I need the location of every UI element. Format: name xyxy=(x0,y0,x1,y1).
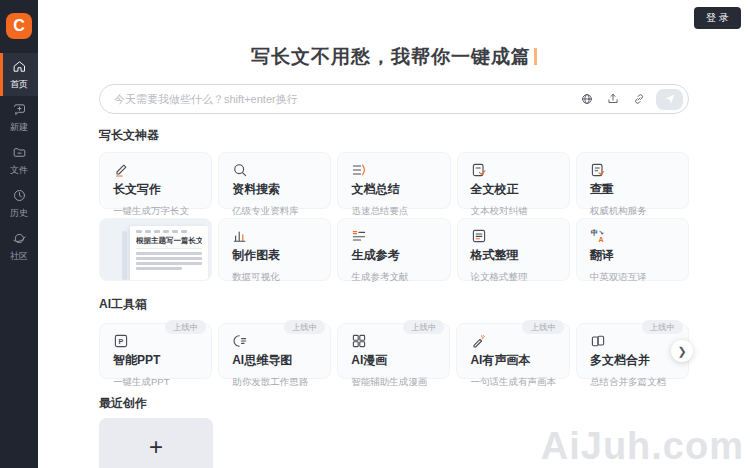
status-badge: 上线中 xyxy=(642,320,684,334)
card-subtitle: 论文格式整理 xyxy=(471,271,556,284)
search-icon xyxy=(232,161,317,178)
sidebar-item-label: 首页 xyxy=(10,78,28,91)
ppt-icon: P xyxy=(113,332,198,349)
card-subtitle: 数据可视化 xyxy=(232,271,317,284)
sidebar-item-history[interactable]: 历史 xyxy=(0,182,38,225)
card-title: 智能PPT xyxy=(113,352,198,369)
card-title: 文档总结 xyxy=(351,181,436,198)
page-title: 写长文不用愁，我帮你一键成篇 xyxy=(251,46,531,67)
card-subtitle: 文本校对纠错 xyxy=(471,205,556,218)
tool-card-generate-reference[interactable]: 生成参考 生成参考文献 xyxy=(337,218,450,281)
card-title: AI思维导图 xyxy=(232,352,317,369)
chart-icon xyxy=(232,227,317,244)
card-subtitle: 一键生成PPT xyxy=(113,376,198,389)
sidebar-item-label: 历史 xyxy=(10,207,28,220)
sidebar-item-label: 文件 xyxy=(10,164,28,177)
card-title: 查重 xyxy=(590,181,675,198)
sidebar-nav: 首页 新建 文件 历史 社区 xyxy=(0,53,38,268)
send-button[interactable] xyxy=(656,89,683,110)
new-creation-button[interactable]: + xyxy=(99,418,213,468)
section-title-recent: 最近创作 xyxy=(99,395,689,412)
files-icon xyxy=(12,145,27,162)
audiobook-icon xyxy=(470,332,556,349)
chevron-right-icon: ❯ xyxy=(677,345,686,358)
tool-card-duplicate-check[interactable]: 查重 权威机构服务 xyxy=(576,152,689,209)
new-chat-icon xyxy=(12,102,27,119)
prompt-input[interactable] xyxy=(114,93,574,105)
status-badge: 上线中 xyxy=(165,320,207,334)
status-badge: 上线中 xyxy=(522,320,564,334)
history-icon xyxy=(12,188,27,205)
card-subtitle: 生成参考文献 xyxy=(351,271,436,284)
merge-docs-icon xyxy=(590,332,675,349)
card-subtitle: 助你发散工作思路 xyxy=(232,376,317,389)
status-badge: 上线中 xyxy=(403,320,445,334)
sidebar: C 首页 新建 文件 历史 社区 xyxy=(0,0,38,468)
preview-heading: 根据主题写一篇长文… xyxy=(136,236,202,249)
plus-icon: + xyxy=(149,435,163,459)
card-subtitle: 智能辅助生成漫画 xyxy=(351,376,436,389)
tool-card-longform-writing[interactable]: 长文写作 一键生成万字长文 xyxy=(99,152,212,209)
toolbox-row: 上线中 P 智能PPT 一键生成PPT 上线中 AI思维导图 助你发散工作思路 … xyxy=(99,323,689,379)
tool-card-material-search[interactable]: 资料搜索 亿级专业资料库 xyxy=(218,152,331,209)
tools-row-2: 根据主题写一篇长文… 制作图表 数据可视化 生成参考 生成参考文献 格式整理 xyxy=(99,218,689,281)
card-subtitle: 亿级专业资料库 xyxy=(232,205,317,218)
tools-row-1: 长文写作 一键生成万字长文 资料搜索 亿级专业资料库 文档总结 迅速总结要点 全… xyxy=(99,152,689,209)
comic-icon xyxy=(351,332,436,349)
home-icon xyxy=(12,59,27,76)
sidebar-item-new[interactable]: 新建 xyxy=(0,96,38,139)
card-title: 制作图表 xyxy=(232,247,317,264)
link-icon[interactable] xyxy=(632,92,646,106)
section-title-tools: 写长文神器 xyxy=(99,127,689,144)
card-title: 翻译 xyxy=(590,247,675,264)
sidebar-item-community[interactable]: 社区 xyxy=(0,225,38,268)
preview-page: 根据主题写一篇长文… xyxy=(130,226,208,281)
globe-icon[interactable] xyxy=(580,92,594,106)
tool-card-translate[interactable]: 中A 翻译 中英双语互译 xyxy=(576,218,689,281)
toolbox-card-smart-ppt[interactable]: 上线中 P 智能PPT 一键生成PPT xyxy=(99,323,212,379)
community-icon xyxy=(12,231,27,248)
preview-toolbar xyxy=(136,230,202,233)
toolbox-card-ai-comic[interactable]: 上线中 AI漫画 智能辅助生成漫画 xyxy=(337,323,450,379)
format-icon xyxy=(471,227,556,244)
mindmap-icon xyxy=(232,332,317,349)
content: 写长文神器 长文写作 一键生成万字长文 资料搜索 亿级专业资料库 文档总结 迅速… xyxy=(99,127,689,468)
svg-text:P: P xyxy=(119,337,124,346)
upload-icon[interactable] xyxy=(606,92,620,106)
card-title: 格式整理 xyxy=(471,247,556,264)
app-logo[interactable]: C xyxy=(6,13,32,39)
summary-icon xyxy=(351,161,436,178)
tool-card-doc-summary[interactable]: 文档总结 迅速总结要点 xyxy=(337,152,450,209)
card-title: 全文校正 xyxy=(471,181,556,198)
card-title: AI漫画 xyxy=(351,352,436,369)
preview-strip xyxy=(122,231,127,280)
proofread-icon xyxy=(471,161,556,178)
toolbox-card-ai-audiobook[interactable]: 上线中 AI有声画本 一句话生成有声画本 xyxy=(456,323,570,379)
login-button[interactable]: 登录 xyxy=(694,7,741,29)
tool-card-format-cleanup[interactable]: 格式整理 论文格式整理 xyxy=(457,218,570,281)
toolbox-more-button[interactable]: ❯ xyxy=(671,340,693,362)
card-subtitle: 一键生成万字长文 xyxy=(113,205,198,218)
translate-icon: 中A xyxy=(590,227,675,244)
sidebar-item-files[interactable]: 文件 xyxy=(0,139,38,182)
hero: 写长文不用愁，我帮你一键成篇 xyxy=(38,44,750,70)
card-subtitle: 权威机构服务 xyxy=(590,205,675,218)
duplicate-check-icon xyxy=(590,161,675,178)
sidebar-item-label: 社区 xyxy=(10,250,28,263)
card-title: 多文档合并 xyxy=(590,352,675,369)
status-badge: 上线中 xyxy=(284,320,326,334)
reference-icon xyxy=(351,227,436,244)
send-icon xyxy=(664,93,676,105)
document-preview-card[interactable]: 根据主题写一篇长文… xyxy=(99,218,212,281)
card-title: 生成参考 xyxy=(351,247,436,264)
toolbox-card-ai-mindmap[interactable]: 上线中 AI思维导图 助你发散工作思路 xyxy=(218,323,331,379)
card-subtitle: 中英双语互译 xyxy=(590,271,675,284)
sidebar-item-home[interactable]: 首页 xyxy=(0,53,38,96)
tool-card-proofread[interactable]: 全文校正 文本校对纠错 xyxy=(457,152,570,209)
card-title: 资料搜索 xyxy=(232,181,317,198)
pencil-icon xyxy=(113,161,198,178)
typing-cursor xyxy=(534,48,537,65)
card-subtitle: 总结合并多篇文档 xyxy=(590,376,675,389)
tool-card-make-chart[interactable]: 制作图表 数据可视化 xyxy=(218,218,331,281)
card-subtitle: 一句话生成有声画本 xyxy=(470,376,556,389)
